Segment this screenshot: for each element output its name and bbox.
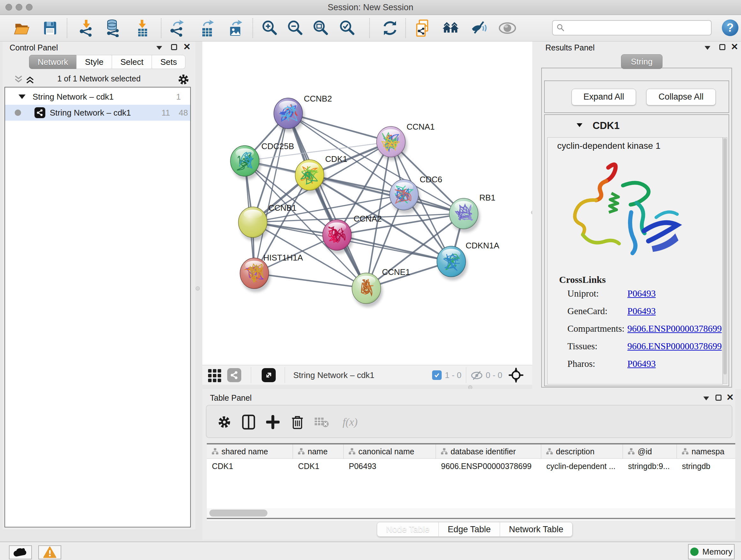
column-header-description[interactable]: description bbox=[541, 444, 623, 458]
node-CDC6[interactable] bbox=[390, 179, 420, 213]
help-button[interactable]: ? bbox=[722, 19, 738, 36]
section-collapse-icon[interactable] bbox=[577, 123, 583, 127]
export-network-button[interactable] bbox=[168, 19, 186, 37]
close-panel-icon[interactable]: ✕ bbox=[731, 44, 738, 51]
table-scrollbar-thumb[interactable] bbox=[209, 509, 267, 516]
search-input[interactable] bbox=[552, 20, 712, 36]
table-row[interactable]: CDK1CDK1P064939606.ENSP00000378699cyclin… bbox=[207, 459, 735, 474]
gene-section-header[interactable]: CDK1 bbox=[545, 115, 729, 137]
welcome-screen-button[interactable] bbox=[442, 19, 460, 37]
close-panel-icon[interactable]: ✕ bbox=[183, 44, 191, 51]
float-panel-icon[interactable] bbox=[719, 44, 725, 50]
clone-network-button[interactable] bbox=[414, 19, 432, 37]
zoom-out-button[interactable] bbox=[286, 19, 304, 37]
zoom-in-button[interactable] bbox=[261, 19, 279, 37]
tab-sets[interactable]: Sets bbox=[151, 55, 185, 69]
edge-CCNA2-CDKN1A[interactable] bbox=[337, 235, 451, 261]
import-network-button[interactable] bbox=[77, 19, 95, 37]
expand-all-button[interactable]: Expand All bbox=[571, 89, 636, 105]
tab-node-table[interactable]: Node Table bbox=[377, 522, 439, 537]
crosslink-label: Tissues: bbox=[559, 341, 627, 352]
tree-expand-icon[interactable] bbox=[18, 95, 25, 99]
column-header-namespace[interactable]: namespace bbox=[677, 444, 735, 458]
open-in-window-icon[interactable] bbox=[262, 368, 276, 382]
show-graphics-details-button[interactable] bbox=[498, 19, 516, 37]
collapse-panel-icon[interactable] bbox=[703, 396, 709, 400]
cloud-button[interactable] bbox=[9, 545, 32, 559]
main-toolbar: ? bbox=[0, 15, 741, 42]
edge-HIST1H1A-CCNE1[interactable] bbox=[254, 273, 366, 288]
float-panel-icon[interactable] bbox=[716, 395, 722, 401]
selected-checkbox[interactable] bbox=[432, 370, 442, 380]
left-splitter-grip[interactable] bbox=[196, 287, 200, 291]
node-CCNB2[interactable] bbox=[274, 98, 305, 132]
node-HIST1H1A[interactable] bbox=[240, 258, 271, 292]
tab-select[interactable]: Select bbox=[112, 55, 152, 69]
crosslink-link[interactable]: 9606.ENSP00000378699 bbox=[627, 323, 722, 334]
function-builder-button[interactable]: f(x) bbox=[336, 413, 364, 431]
column-header-id[interactable]: @id bbox=[623, 444, 677, 458]
import-table-icon bbox=[134, 19, 151, 37]
node-CCNE1[interactable] bbox=[352, 273, 383, 307]
open-session-button[interactable] bbox=[13, 19, 30, 37]
collapse-panel-icon[interactable] bbox=[156, 46, 162, 50]
warning-button[interactable] bbox=[38, 545, 61, 559]
zoom-fit-button[interactable] bbox=[312, 19, 330, 37]
import-table-button[interactable] bbox=[133, 19, 151, 37]
crosslink-link[interactable]: 9606.ENSP00000378699 bbox=[627, 341, 722, 351]
network-share-icon[interactable] bbox=[227, 368, 241, 382]
tab-network[interactable]: Network bbox=[29, 55, 77, 69]
toggle-columns-button[interactable] bbox=[240, 413, 258, 431]
node-CDC25B[interactable] bbox=[230, 145, 261, 180]
hide-graphics-details-button[interactable] bbox=[471, 19, 488, 37]
network-row-selected[interactable]: String Network – cdk1 11 48 bbox=[5, 105, 190, 121]
column-label: shared name bbox=[221, 447, 268, 456]
zoom-selected-button[interactable] bbox=[338, 19, 356, 37]
tab-edge-table[interactable]: Edge Table bbox=[439, 522, 500, 537]
network-graph[interactable]: CCNB2CCNA1CDC25BCDK1CDC6RB1CCNB1CCNA2CDK… bbox=[202, 42, 532, 365]
column-type-icon bbox=[627, 448, 635, 455]
delete-column-button[interactable] bbox=[288, 413, 307, 431]
export-image-button[interactable] bbox=[226, 19, 245, 37]
node-CCNA1[interactable] bbox=[377, 126, 407, 161]
column-header-canonical-name[interactable]: canonical name bbox=[344, 444, 436, 458]
close-panel-icon[interactable]: ✕ bbox=[726, 394, 734, 401]
column-header-database-identifier[interactable]: database identifier bbox=[436, 444, 541, 458]
refresh-button[interactable] bbox=[381, 19, 399, 37]
delete-table-button[interactable] bbox=[313, 413, 331, 431]
node-CDKN1A[interactable] bbox=[437, 246, 468, 280]
node-label-CCNA1: CCNA1 bbox=[407, 122, 434, 132]
results-scrollbar-thumb[interactable] bbox=[724, 138, 727, 374]
crosslink-link[interactable]: P06493 bbox=[627, 288, 656, 299]
table-settings-button[interactable] bbox=[215, 413, 233, 431]
edge-CCNB2-HIST1H1A[interactable] bbox=[254, 113, 288, 273]
node-CDK1[interactable] bbox=[295, 160, 326, 194]
node-RB1[interactable] bbox=[449, 198, 480, 233]
column-header-shared-name[interactable]: shared name bbox=[207, 444, 293, 458]
export-table-button[interactable] bbox=[198, 19, 216, 37]
grid-view-icon[interactable] bbox=[207, 368, 222, 382]
add-column-button[interactable] bbox=[264, 413, 282, 431]
float-panel-icon[interactable] bbox=[171, 44, 177, 50]
crosslink-link[interactable]: P06493 bbox=[627, 359, 656, 369]
import-network-from-database-button[interactable] bbox=[104, 19, 122, 37]
results-panel: Results Panel ✕ String Expand All Collap… bbox=[532, 42, 741, 389]
collapse-panel-icon[interactable] bbox=[704, 46, 711, 50]
network-collection-row[interactable]: String Network – cdk1 1 bbox=[5, 89, 190, 105]
tab-style[interactable]: Style bbox=[76, 55, 112, 69]
tab-string[interactable]: String bbox=[621, 54, 663, 69]
table-toolbar: f(x) bbox=[206, 405, 732, 438]
gear-icon[interactable] bbox=[178, 73, 190, 85]
network-list-toolbar: 1 of 1 Network selected bbox=[4, 73, 193, 86]
memory-button[interactable]: Memory bbox=[688, 544, 735, 559]
column-header-name[interactable]: name bbox=[293, 444, 344, 458]
network-canvas[interactable]: CCNB2CCNA1CDC25BCDK1CDC6RB1CCNB1CCNA2CDK… bbox=[202, 42, 532, 365]
results-scrollbar[interactable] bbox=[723, 137, 727, 384]
collapse-all-button[interactable]: Collapse All bbox=[646, 89, 716, 105]
tab-network-table[interactable]: Network Table bbox=[500, 522, 573, 537]
table-horizontal-scrollbar[interactable] bbox=[207, 508, 735, 519]
birdseye-navigator-icon[interactable] bbox=[509, 368, 523, 382]
save-session-button[interactable] bbox=[41, 19, 59, 37]
node-CCNA2[interactable] bbox=[323, 220, 353, 254]
crosslink-link[interactable]: P06493 bbox=[627, 306, 656, 316]
